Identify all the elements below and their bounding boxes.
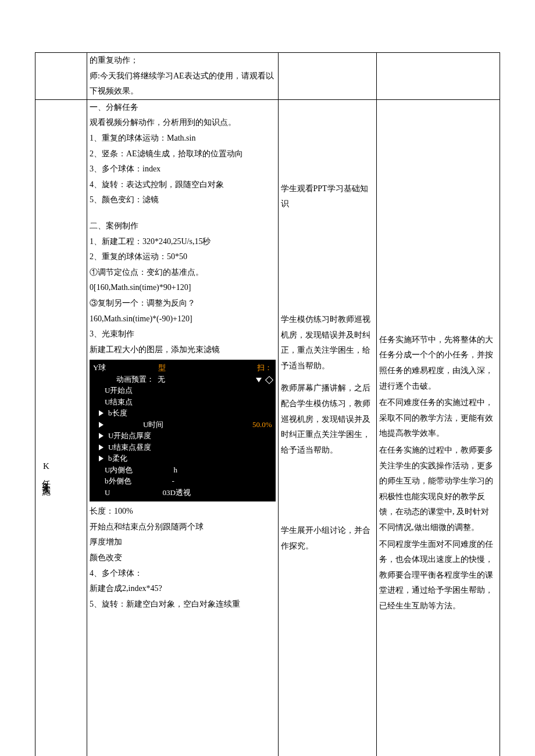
row-intro-content: 的重复动作； 师:今天我们将继续学习AE表达式的使用，请观看以下视频效果。	[87, 53, 279, 100]
sec2-title: 二、案例制作	[90, 218, 276, 234]
panel-row-time-value: 50.0%	[252, 419, 272, 431]
expand-triangle-icon	[99, 456, 104, 461]
panel-preset-row: 动画预置： 无	[93, 374, 272, 385]
row-task-label: K任务实施I	[38, 100, 55, 756]
panel-row-time: U时间 50.0%	[93, 419, 272, 431]
after-line-1: 长度：100%	[90, 504, 276, 519]
lesson-plan-table: 的重复动作； 师:今天我们将继续学习AE表达式的使用，请观看以下视频效果。 K任…	[35, 52, 500, 756]
sec2-line5: ③复制另一个：调整为反向？	[90, 296, 276, 311]
sec2-line6: 160,Math.sin(time)*(-90)+120]	[90, 311, 276, 327]
panel-3d-l: U	[105, 487, 110, 499]
panel-3d-r: 03D透视	[162, 487, 190, 499]
after-line-2: 开始点和结束点分别跟随两个球	[90, 519, 276, 535]
expand-triangle-icon	[99, 433, 104, 439]
after-line-5: 4、多个球体：	[90, 566, 276, 582]
row-intro-label-cell	[35, 53, 87, 100]
panel-preset-icons	[254, 374, 272, 385]
panel-outer-color-l: b外侧色	[105, 475, 131, 487]
sec1-title: 一、分解任务	[90, 100, 276, 116]
activity-block-1: 学生观看PPT学习基础知识	[281, 181, 374, 212]
expand-triangle-icon	[99, 445, 104, 450]
sec1-line4: 3、多个球体：index	[90, 162, 276, 177]
intent-para-2: 在不同难度任务的实施过程中，采取不同的教学方法，更能有效地提高教学效率。	[379, 395, 497, 442]
sec2-line1: 1、新建工程：320*240,25U/s,15秒	[90, 234, 276, 250]
intro-line-1: 的重复动作；	[90, 53, 276, 69]
panel-row-start-thick-label: U开始点厚度	[108, 430, 151, 442]
intent-para-1: 任务实施环节中，先将整体的大任务分成一个个的小任务，并按照任务的难易程度，由浅入…	[379, 332, 497, 394]
panel-row-inner-color: U内侧色 h	[93, 464, 272, 476]
panel-inner-color-l: U内侧色	[105, 464, 133, 476]
expand-triangle-icon	[99, 410, 104, 416]
activity-block-4: 学生展开小组讨论，并合作探究。	[281, 523, 374, 554]
sec2-line2: 2、重复的球体运动：50*50	[90, 249, 276, 265]
task-content-cell: 一、分解任务 观看视频分解动作，分析用到的知识点。 1、重复的球体运动：Math…	[87, 99, 279, 756]
row-intro-col4	[377, 53, 500, 100]
after-line-6: 新建合成2,index*45?	[90, 581, 276, 597]
activity-cell: 学生观看PPT学习基础知识 学生模仿练习时教师巡视机房，发现错误并及时纠正，重点…	[278, 99, 377, 756]
after-line-4: 颜色改变	[90, 550, 276, 566]
panel-line-start: U开始点	[93, 385, 272, 396]
ae-effect-panel: Y球 型 扫： 动画预置： 无 U开始点 U结束点 b长度	[90, 360, 276, 501]
panel-row-outer-color: b外侧色 -	[93, 475, 272, 487]
panel-row-soften-label: b柔化	[108, 453, 127, 464]
sec2-line8: 新建工程大小的图层，添加光束滤镜	[90, 342, 276, 358]
activity-block-2: 学生模仿练习时教师巡视机房，发现错误并及时纠正，重点关注学困生，给予适当帮助。	[281, 312, 374, 374]
panel-row-end-thick: U结束点昼度	[93, 442, 272, 453]
sec1-line6: 5、颜色变幻：滤镜	[90, 192, 276, 208]
panel-row-soften: b柔化	[93, 453, 272, 464]
panel-header-left: Y球	[93, 362, 106, 374]
panel-preset-value: 无	[158, 374, 165, 385]
panel-row-start-thick: U开始点厚度	[93, 430, 272, 442]
row-task: K任务实施I 一、分解任务 观看视频分解动作，分析用到的知识点。 1、重复的球体…	[35, 99, 500, 756]
row-intro-col3	[278, 53, 377, 100]
sec1-line1: 观看视频分解动作，分析用到的知识点。	[90, 115, 276, 131]
sec1-line5: 4、旋转：表达式控制，跟随空白对象	[90, 177, 276, 193]
activity-block-3: 教师屏幕广播讲解，之后配合学生模仿练习，教师巡视机房，发现错误并及时纠正重点关注…	[281, 381, 374, 458]
panel-header: Y球 型 扫：	[93, 362, 272, 374]
panel-row-time-label: U时间	[143, 419, 163, 431]
sec2-line7: 3、光束制作	[90, 327, 276, 342]
after-line-3: 厚度增加	[90, 535, 276, 550]
row-task-label-cell: K任务实施I	[35, 99, 87, 756]
intent-para-3: 在任务实施的过程中，教师要多关注学生的实践操作活动，更多的师生互动，能带动学生学…	[379, 443, 497, 536]
sec2-line3: ①调节定位点：变幻的基准点。	[90, 265, 276, 281]
panel-row-length-label: b长度	[108, 407, 127, 419]
panel-row-end-thick-label: U结束点昼度	[108, 442, 151, 453]
diamond-icon	[265, 376, 273, 384]
sec1-line3: 2、竖条：AE滤镜生成，拾取球的位置动向	[90, 146, 276, 162]
panel-row-length: b长度	[93, 407, 272, 419]
sec2-line4: 0[160,Math.sin(time)*90+120]	[90, 280, 276, 296]
after-line-7: 5、旋转：新建空白对象，空白对象连续重	[90, 597, 276, 612]
panel-header-right: 扫：	[257, 362, 272, 374]
design-intent-cell: 任务实施环节中，先将整体的大任务分成一个个的小任务，并按照任务的难易程度，由浅入…	[377, 99, 500, 756]
panel-outer-color-r: -	[172, 475, 174, 487]
panel-inner-color-r: h	[173, 464, 177, 476]
panel-row-3d: U 03D透视	[93, 487, 272, 499]
dropdown-triangle-icon	[256, 378, 262, 382]
intent-para-4: 不同程度学生面对不同难度的任务，也会体现出速度上的快慢，教师要合理平衡各程度学生…	[379, 537, 497, 614]
intro-line-2: 师:今天我们将继续学习AE表达式的使用，请观看以下视频效果。	[90, 69, 276, 99]
panel-line-end: U结束点	[93, 396, 272, 408]
expand-triangle-icon	[99, 422, 104, 428]
panel-preset-label: 动画预置：	[116, 374, 154, 385]
panel-header-mid: 型	[158, 362, 166, 374]
sec1-line2: 1、重复的球体运动：Math.sin	[90, 131, 276, 146]
row-intro: 的重复动作； 师:今天我们将继续学习AE表达式的使用，请观看以下视频效果。	[35, 53, 500, 100]
